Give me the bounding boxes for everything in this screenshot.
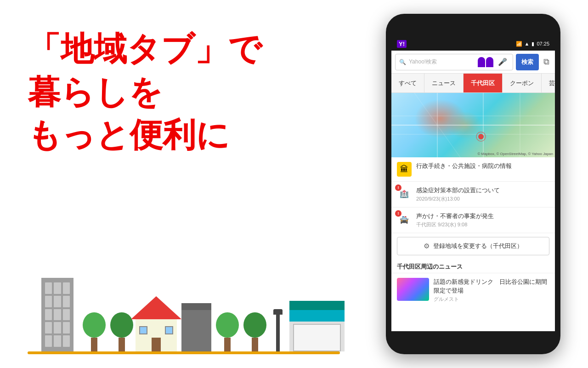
time-display: 07:25 [537,41,549,46]
wifi-icon: ▲ [525,41,530,46]
search-input-area[interactable]: 🔍 Yahoo!検索 🎤 [395,54,513,70]
tree-2 [110,312,133,351]
bottom-news-image [397,278,429,301]
news-item-1[interactable]: 🏛 行政手続き・公共施設・病院の情報 [391,157,555,182]
status-bar: Y! 📶 ▲ ▮ 07:25 [391,37,555,51]
phone-area: Y! 📶 ▲ ▮ 07:25 🔍 Yahoo!検索 [349,0,588,368]
search-placeholder-text: Yahoo!検索 [409,58,475,66]
news-title-3: 声かけ・不審者の事案が発生 [416,212,549,220]
tree-4 [243,312,266,351]
shop [289,310,345,351]
bottom-news-text: 話題の新感覚ドリンク 日比谷公園に期間限定で登場 グルメスト [434,278,549,302]
tab-entertainment[interactable]: 芸能 [542,74,555,92]
news-meta-3: 千代田区 9/23(水) 9:08 [416,221,549,228]
map-roads-svg [391,93,555,157]
status-right: 📶 ▲ ▮ 07:25 [516,41,549,47]
news-title-1: 行政手続き・公共施設・病院の情報 [416,162,549,170]
yahoo-y-icon: Y! [397,40,407,48]
house [136,319,177,351]
map-area: © Mapbox, © OpenStreetMap, © Yahoo Japan [391,93,555,157]
tabs-bar: すべて ニュース 千代田区 クーポン 芸能 ス [391,74,555,93]
search-bar[interactable]: 🔍 Yahoo!検索 🎤 検索 ⧉ [391,51,555,74]
bottom-news-sub: グルメスト [434,296,549,303]
svg-point-7 [478,134,484,139]
tree-1 [83,312,106,351]
tab-all[interactable]: すべて [391,74,424,92]
street-lamp [273,309,283,351]
status-left: Y! [397,40,407,48]
news-meta-2: 2020/9/23(水)13:00 [416,196,549,202]
rabbit-ear-left [478,57,485,67]
battery-icon: ▮ [531,41,534,47]
news-text-3: 声かけ・不審者の事案が発生 千代田区 9/23(水) 9:08 [416,212,549,228]
city-illustration [18,262,349,368]
tree-3 [216,312,239,351]
bluetooth-icon: 📶 [516,41,522,47]
register-area-button[interactable]: ⚙ 登録地域を変更する（千代田区） [397,237,549,255]
news-section: 🏛 行政手続き・公共施設・病院の情報 ! 🏥 感染症対策本部の設置について 20… [391,157,555,307]
alert-badge-1: ! [395,184,401,191]
tab-coupon[interactable]: クーポン [503,74,542,92]
mic-icon[interactable]: 🎤 [496,58,509,66]
alert-icon-2: ! 🚔 [397,212,412,227]
medium-building [181,310,211,351]
alert-badge-2: ! [395,210,401,217]
search-icon: 🔍 [399,59,406,65]
phone-screen: Y! 📶 ▲ ▮ 07:25 🔍 Yahoo!検索 [391,37,555,331]
left-panel: 「地域タブ」で 暮らしを もっと便利に [0,0,349,368]
headline-line1: 「地域タブ」で [28,28,262,71]
ground-line [28,351,340,354]
copy-icon[interactable]: ⧉ [542,57,551,67]
tab-chiyoda[interactable]: 千代田区 [464,74,503,92]
register-area-label: 登録地域を変更する（千代田区） [433,242,523,250]
tall-building [41,278,74,351]
news-title-2: 感染症対策本部の設置について [416,186,549,195]
map-credit: © Mapbox, © OpenStreetMap, © Yahoo Japan [477,152,553,156]
alert-icon-1: ! 🏥 [397,186,412,201]
yahoo-mascot [478,57,493,67]
news-text-2: 感染症対策本部の設置について 2020/9/23(水)13:00 [416,186,549,202]
news-text-1: 行政手続き・公共施設・病院の情報 [416,162,549,170]
local-news-header: 千代田区周辺のニュース [391,259,555,273]
gear-icon: ⚙ [424,242,430,250]
bottom-news-item[interactable]: 話題の新感覚ドリンク 日比谷公園に期間限定で登場 グルメスト [391,273,555,307]
main-headline: 「地域タブ」で 暮らしを もっと便利に [28,28,262,157]
headline-line3: もっと便利に [28,114,262,157]
phone-outer: Y! 📶 ▲ ▮ 07:25 🔍 Yahoo!検索 [386,14,560,354]
news-item-2[interactable]: ! 🏥 感染症対策本部の設置について 2020/9/23(水)13:00 [391,182,555,207]
tab-news[interactable]: ニュース [424,74,464,92]
bottom-news-title: 話題の新感覚ドリンク 日比谷公園に期間限定で登場 [434,278,549,294]
building-icon: 🏛 [397,162,412,177]
headline-line2: 暮らしを [28,71,262,114]
rabbit-ear-right [486,57,493,67]
search-button[interactable]: 検索 [516,54,539,70]
news-item-3[interactable]: ! 🚔 声かけ・不審者の事案が発生 千代田区 9/23(水) 9:08 [391,207,555,233]
